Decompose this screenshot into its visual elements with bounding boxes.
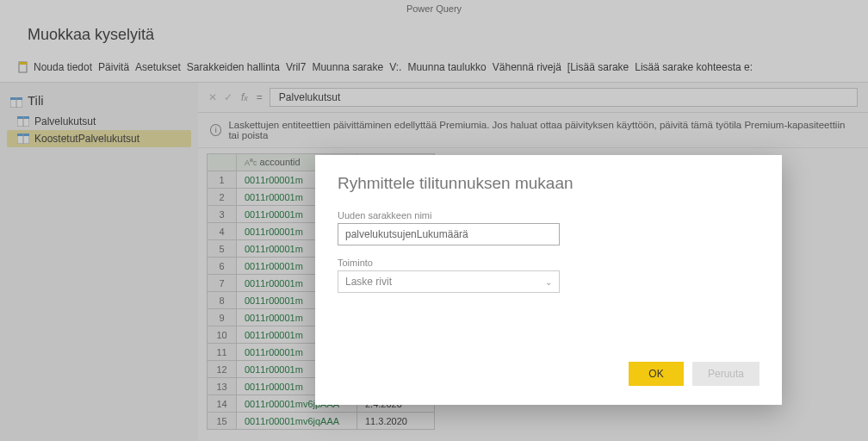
group-by-dialog: Ryhmittele tilitunnuksen mukaan Uuden sa… [315,155,782,405]
column-name-label: Uuden sarakkeen nimi [338,210,760,220]
chevron-down-icon: ⌄ [545,277,552,287]
operation-value: Laske rivit [345,276,392,288]
cancel-button[interactable]: Peruuta [692,362,760,386]
operation-label: Toiminto [338,258,760,268]
dialog-title: Ryhmittele tilitunnuksen mukaan [338,174,760,193]
ok-button[interactable]: OK [629,362,684,386]
operation-select[interactable]: Laske rivit ⌄ [338,270,560,293]
column-name-input[interactable] [338,223,560,245]
